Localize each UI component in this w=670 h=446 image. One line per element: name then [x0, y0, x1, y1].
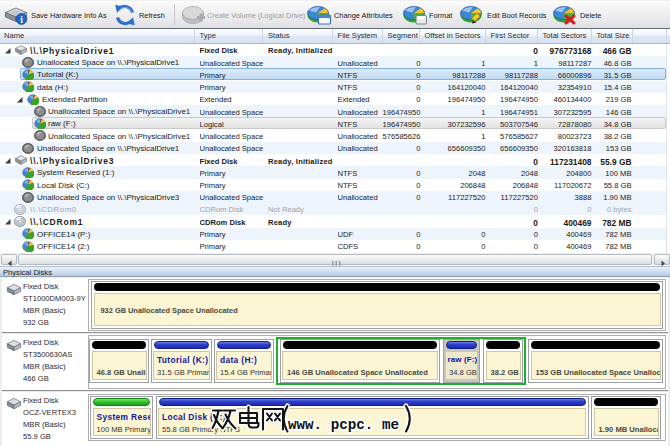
svg-text:www. pcpc. me: www. pcpc. me: [288, 417, 399, 434]
